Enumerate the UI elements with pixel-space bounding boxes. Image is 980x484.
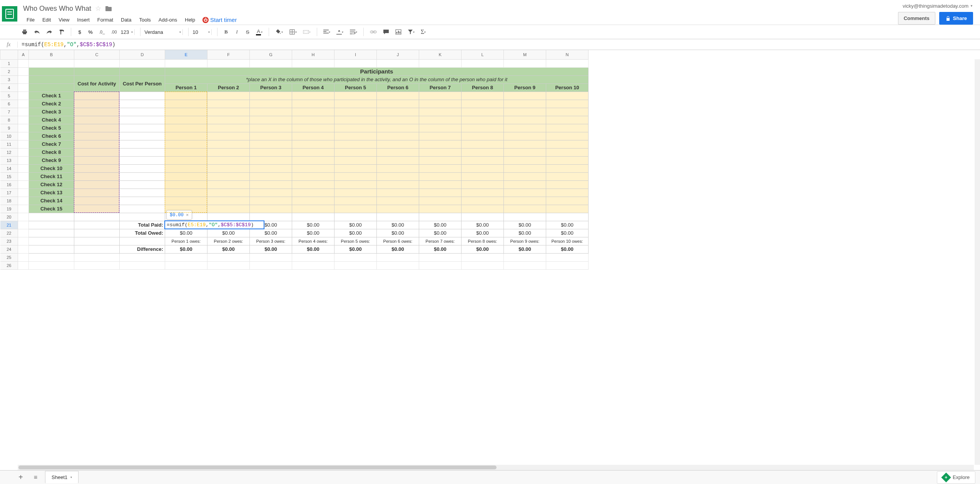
increase-decimal-icon[interactable]: .00 [109,27,119,37]
row-header-17[interactable]: 17 [0,189,18,197]
cell-I16[interactable] [334,180,377,189]
row-header-3[interactable]: 3 [0,75,18,83]
row-header-26[interactable]: 26 [0,261,18,269]
cell-I5[interactable] [334,92,377,100]
cell-J13[interactable] [377,156,419,164]
cell-F9[interactable] [207,124,250,132]
cell-F23[interactable]: Person 2 owes: [207,237,250,245]
cell-D17[interactable] [120,189,165,197]
cell-G5[interactable] [250,92,292,100]
cell-E5[interactable] [165,92,207,100]
cell-M23[interactable]: Person 9 owes: [504,237,546,245]
cell-I12[interactable] [334,148,377,156]
row-header-23[interactable]: 23 [0,237,18,245]
cell-J4[interactable]: Person 6 [377,83,419,92]
bold-icon[interactable]: B [221,27,231,37]
cell-N16[interactable] [546,180,589,189]
cell-B14[interactable]: Check 10 [29,164,74,172]
cell-A26[interactable] [18,261,29,269]
row-header-22[interactable]: 22 [0,229,18,237]
cell-E21[interactable] [165,221,207,229]
cell-F14[interactable] [207,164,250,172]
cell-H17[interactable] [292,189,334,197]
italic-icon[interactable]: I [232,27,241,37]
cell-N11[interactable] [546,140,589,148]
cell-L13[interactable] [462,156,504,164]
row-header-20[interactable]: 20 [0,213,18,221]
cell-I25[interactable] [334,253,377,261]
column-header-D[interactable]: D [120,50,165,59]
menu-file[interactable]: File [23,15,38,24]
cell-M25[interactable] [504,253,546,261]
fx-icon[interactable]: fx [0,42,18,48]
cell-J1[interactable] [377,59,419,67]
cell-L4[interactable]: Person 8 [462,83,504,92]
cell-L24[interactable]: $0.00 [462,245,504,253]
cell-B1[interactable] [29,59,74,67]
sheet-tab[interactable]: Sheet1 ▾ [45,471,79,483]
cell-B9[interactable]: Check 5 [29,124,74,132]
cell-B17[interactable]: Check 13 [29,189,74,197]
cell-L17[interactable] [462,189,504,197]
cell-J16[interactable] [377,180,419,189]
cell-H7[interactable] [292,108,334,116]
cell-H18[interactable] [292,197,334,205]
cell-A15[interactable] [18,172,29,180]
cell-B3[interactable] [29,75,74,83]
cell-C22[interactable] [74,229,120,237]
print-icon[interactable] [19,27,30,37]
cell-J17[interactable] [377,189,419,197]
cell-J14[interactable] [377,164,419,172]
cell-K24[interactable]: $0.00 [419,245,462,253]
cell-L18[interactable] [462,197,504,205]
cell-C1[interactable] [74,59,120,67]
cell-K1[interactable] [419,59,462,67]
cell-H26[interactable] [292,261,334,269]
row-header-6[interactable]: 6 [0,100,18,108]
row-header-4[interactable]: 4 [0,83,18,92]
cell-G22[interactable]: $0.00 [250,229,292,237]
column-header-C[interactable]: C [74,50,120,59]
cell-N8[interactable] [546,116,589,124]
cell-K15[interactable] [419,172,462,180]
cell-N22[interactable]: $0.00 [546,229,589,237]
menu-tools[interactable]: Tools [135,15,154,24]
cell-F8[interactable] [207,116,250,124]
cell-A23[interactable] [18,237,29,245]
cell-C21[interactable] [74,221,120,229]
column-header-H[interactable]: H [292,50,334,59]
cell-L26[interactable] [462,261,504,269]
cell-I1[interactable] [334,59,377,67]
cell-A9[interactable] [18,124,29,132]
cell-G4[interactable]: Person 3 [250,83,292,92]
cell-J5[interactable] [377,92,419,100]
row-header-25[interactable]: 25 [0,253,18,261]
cell-D24[interactable]: Difference: [120,245,165,253]
cell-I26[interactable] [334,261,377,269]
functions-icon[interactable]: Σ ▾ [418,27,428,37]
menu-help[interactable]: Help [181,15,199,24]
row-header-19[interactable]: 19 [0,205,18,213]
cell-C15[interactable] [74,172,120,180]
cell-K10[interactable] [419,132,462,140]
cell-F13[interactable] [207,156,250,164]
cell-C11[interactable] [74,140,120,148]
cell-F25[interactable] [207,253,250,261]
cell-M18[interactable] [504,197,546,205]
cell-L16[interactable] [462,180,504,189]
cell-E17[interactable] [165,189,207,197]
cell-K7[interactable] [419,108,462,116]
cell-N19[interactable] [546,205,589,213]
cell-D21[interactable]: Total Paid: [120,221,165,229]
cell-E10[interactable] [165,132,207,140]
column-header-F[interactable]: F [207,50,250,59]
all-sheets-button[interactable]: ≡ [31,472,40,482]
cell-C18[interactable] [74,197,120,205]
cell-E1[interactable] [165,59,207,67]
menu-insert[interactable]: Insert [74,15,93,24]
redo-icon[interactable] [44,27,55,37]
cell-F21[interactable]: $0.00 [207,221,250,229]
cell-H8[interactable] [292,116,334,124]
cell-B26[interactable] [29,261,74,269]
cell-G12[interactable] [250,148,292,156]
